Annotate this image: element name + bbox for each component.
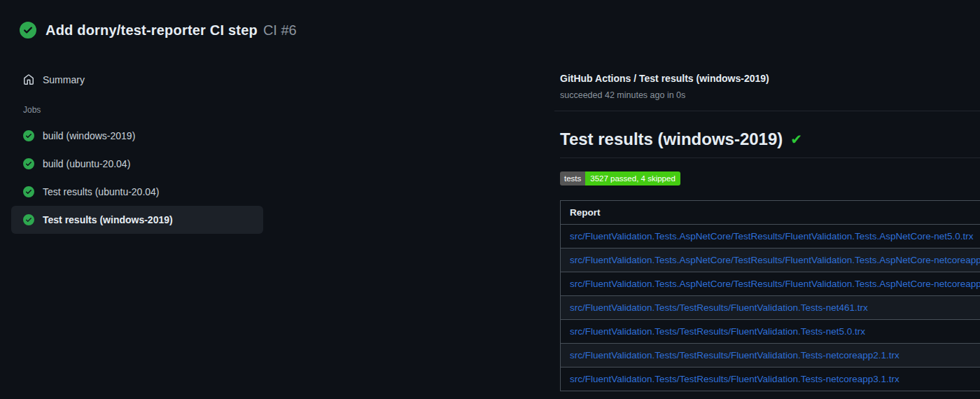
- check-run-title: GitHub Actions / Test results (windows-2…: [560, 73, 980, 84]
- sidebar: Summary Jobs build (windows-2019)build (…: [0, 39, 280, 234]
- report-heading-text: Test results (windows-2019): [560, 130, 783, 149]
- check-run-status: succeeded 42 minutes ago in 0s: [560, 90, 980, 100]
- report-cell: src/FluentValidation.Tests.AspNetCore/Te…: [561, 225, 980, 248]
- table-row: src/FluentValidation.Tests/TestResults/F…: [561, 296, 980, 320]
- badge-label: tests: [560, 172, 585, 186]
- main-content: GitHub Actions / Test results (windows-2…: [280, 39, 980, 391]
- report-link[interactable]: src/FluentValidation.Tests/TestResults/F…: [570, 374, 899, 384]
- report-link[interactable]: src/FluentValidation.Tests/TestResults/F…: [570, 326, 865, 337]
- check-icon: ✔: [790, 132, 802, 146]
- run-number: CI #6: [263, 22, 297, 38]
- report-link[interactable]: src/FluentValidation.Tests/TestResults/F…: [570, 350, 899, 360]
- results-table-body: src/FluentValidation.Tests.AspNetCore/Te…: [561, 225, 980, 391]
- check-circle-icon: [23, 130, 34, 141]
- check-circle-icon: [20, 22, 36, 38]
- divider: [554, 111, 980, 111]
- check-circle-icon: [23, 186, 34, 197]
- sidebar-job-item[interactable]: build (windows-2019): [11, 122, 263, 150]
- job-label: Test results (windows-2019): [43, 214, 173, 225]
- job-label: Test results (ubuntu-20.04): [43, 186, 160, 197]
- report-cell: src/FluentValidation.Tests.AspNetCore/Te…: [561, 272, 980, 296]
- tests-badge: tests 3527 passed, 4 skipped: [560, 172, 680, 186]
- report-cell: src/FluentValidation.Tests/TestResults/F…: [561, 368, 980, 391]
- home-icon: [23, 74, 34, 85]
- table-header-row: ReportPassedFailedSkippedTime: [561, 201, 980, 225]
- report-heading: Test results (windows-2019) ✔: [560, 130, 980, 158]
- table-row: src/FluentValidation.Tests.AspNetCore/Te…: [561, 272, 980, 296]
- report-link[interactable]: src/FluentValidation.Tests.AspNetCore/Te…: [570, 231, 974, 241]
- table-row: src/FluentValidation.Tests/TestResults/F…: [561, 368, 980, 391]
- check-circle-icon: [23, 214, 34, 225]
- job-label: build (windows-2019): [43, 130, 135, 141]
- job-label: build (ubuntu-20.04): [43, 158, 130, 169]
- report-cell: src/FluentValidation.Tests/TestResults/F…: [561, 344, 980, 368]
- report-cell: src/FluentValidation.Tests/TestResults/F…: [561, 320, 980, 344]
- jobs-list: build (windows-2019)build (ubuntu-20.04)…: [11, 122, 263, 234]
- sidebar-job-item[interactable]: build (ubuntu-20.04): [11, 150, 263, 178]
- sidebar-job-item[interactable]: Test results (ubuntu-20.04): [11, 178, 263, 206]
- report-link[interactable]: src/FluentValidation.Tests.AspNetCore/Te…: [570, 279, 980, 289]
- column-header-report: Report: [561, 201, 980, 225]
- table-row: src/FluentValidation.Tests/TestResults/F…: [561, 344, 980, 368]
- jobs-heading: Jobs: [11, 105, 263, 115]
- report-cell: src/FluentValidation.Tests.AspNetCore/Te…: [561, 248, 980, 272]
- check-run-header: GitHub Actions / Test results (windows-2…: [560, 73, 980, 100]
- table-row: src/FluentValidation.Tests.AspNetCore/Te…: [561, 248, 980, 272]
- check-circle-icon: [23, 158, 34, 169]
- table-row: src/FluentValidation.Tests/TestResults/F…: [561, 320, 980, 344]
- workflow-run-header: Add dorny/test-reporter CI step CI #6: [0, 0, 980, 39]
- results-table: ReportPassedFailedSkippedTime src/Fluent…: [560, 200, 980, 391]
- sidebar-job-item[interactable]: Test results (windows-2019): [11, 206, 263, 234]
- report-cell: src/FluentValidation.Tests/TestResults/F…: [561, 296, 980, 320]
- sidebar-item-summary[interactable]: Summary: [11, 67, 263, 92]
- sidebar-summary-label: Summary: [43, 74, 85, 85]
- badge-value: 3527 passed, 4 skipped: [585, 172, 680, 186]
- report-link[interactable]: src/FluentValidation.Tests/TestResults/F…: [570, 302, 868, 313]
- page-title: Add dorny/test-reporter CI step: [46, 22, 258, 38]
- report-link[interactable]: src/FluentValidation.Tests.AspNetCore/Te…: [570, 255, 980, 265]
- table-row: src/FluentValidation.Tests.AspNetCore/Te…: [561, 225, 980, 248]
